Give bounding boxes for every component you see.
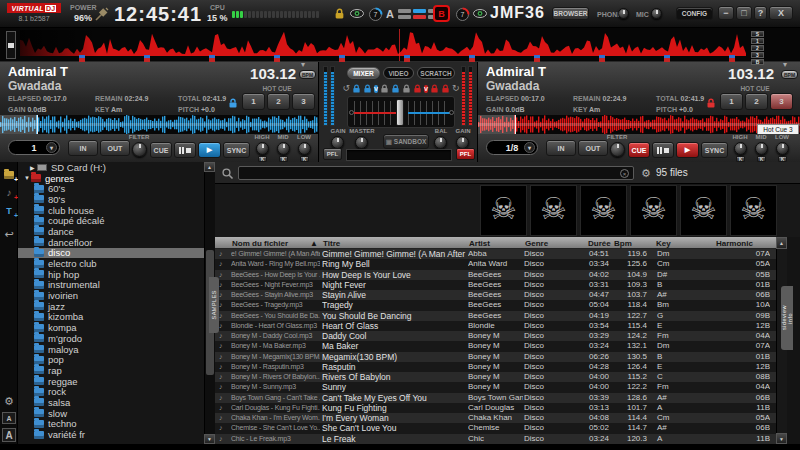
- album-art-skull[interactable]: ☠: [730, 185, 777, 236]
- column-header-titre[interactable]: Titre: [323, 239, 340, 248]
- column-header-artist[interactable]: Artist: [469, 239, 490, 248]
- tab-scratch[interactable]: SCRATCH: [417, 67, 455, 79]
- deck-lock-icon[interactable]: [413, 84, 422, 93]
- sidebar-item-m-grodo[interactable]: m'grodo: [18, 333, 204, 344]
- config-button[interactable]: CONFIG: [676, 7, 713, 20]
- column-header-genre[interactable]: Genre: [525, 239, 548, 248]
- table-row[interactable]: ♪Chaka Khan - I'm Every Wom...I'm Every …: [215, 413, 776, 423]
- timer-7-icon-red[interactable]: 7: [455, 7, 470, 22]
- table-scroll-up[interactable]: ▲: [776, 237, 787, 249]
- key-lock-icon[interactable]: [706, 98, 716, 108]
- sidebar-item-pop[interactable]: pop: [18, 354, 204, 365]
- hot-cue-2-button[interactable]: 2: [745, 93, 768, 110]
- sampler-pad-3[interactable]: 3: [751, 52, 764, 58]
- font-small-button[interactable]: A: [2, 412, 16, 424]
- tab-sideview[interactable]: sideviewinfo: [781, 286, 793, 350]
- sidebar-item-kizomba[interactable]: kizomba: [18, 312, 204, 323]
- hot-cue-3-button[interactable]: 3: [292, 93, 315, 110]
- loop-selector[interactable]: 1/8▾: [486, 140, 538, 155]
- sidebar-item-salsa[interactable]: salsa: [18, 397, 204, 408]
- phone-knob[interactable]: [618, 8, 629, 19]
- add-track-icon[interactable]: ♪+: [2, 186, 16, 199]
- sampler-pad-B[interactable]: B: [751, 59, 764, 65]
- deck-lock-icon[interactable]: [363, 84, 372, 93]
- search-input[interactable]: [238, 166, 634, 180]
- table-row[interactable]: ♪Boys Town Gang - Can't Take ...Can't Ta…: [215, 393, 776, 403]
- sidebar-item-ivoirien[interactable]: ivoirien: [18, 290, 204, 301]
- sidebar-item-vari-t-fr[interactable]: variété fr: [18, 429, 204, 440]
- loop-arrow-icon[interactable]: ↻: [452, 84, 460, 93]
- colored-bars-icon[interactable]: [413, 9, 426, 19]
- record-button[interactable]: B: [433, 5, 450, 22]
- sidebar-item-genres[interactable]: ▼genres: [18, 173, 204, 184]
- video-badge-icon[interactable]: V: [424, 85, 428, 93]
- table-row[interactable]: ♪BeeGees - Stayin Alive.mp3Stayin AliveB…: [215, 290, 776, 300]
- automix-letter[interactable]: A: [386, 8, 394, 20]
- sidebar-item-jazz[interactable]: jazz: [18, 301, 204, 312]
- sync-button[interactable]: SYNC: [223, 142, 250, 158]
- loop-out-button[interactable]: OUT: [578, 140, 608, 156]
- gear-icon[interactable]: ⚙: [2, 395, 16, 408]
- album-art-skull[interactable]: ☠: [630, 185, 677, 236]
- chevron-down-icon[interactable]: ▾: [301, 60, 305, 69]
- filter-knob[interactable]: [132, 142, 147, 157]
- table-row[interactable]: ♪BeeGees - How Deep Is Your ...How Deep …: [215, 270, 776, 280]
- chevron-down-icon[interactable]: ▾: [783, 60, 787, 69]
- timer-7-icon-blue[interactable]: 7: [368, 7, 383, 22]
- clear-search-icon[interactable]: ×: [620, 169, 629, 178]
- bpm-button[interactable]: BPM: [781, 70, 798, 79]
- table-row[interactable]: ♪BeeGees - You Should Be Da...You Should…: [215, 311, 776, 321]
- font-large-button[interactable]: A: [2, 428, 16, 442]
- sidebar-item-reggae[interactable]: reggae: [18, 376, 204, 387]
- hot-cue-1-button[interactable]: 1: [720, 93, 743, 110]
- tab-samples[interactable]: SAMPLES: [209, 277, 219, 333]
- sidebar-item-disco[interactable]: disco: [18, 248, 204, 259]
- sandbox-button[interactable]: ▣SANDBOX: [383, 134, 429, 149]
- sidebar-item-kompa[interactable]: kompa: [18, 322, 204, 333]
- sidebar-item-maloya[interactable]: maloya: [18, 344, 204, 355]
- table-row[interactable]: ♪Chemise - She Can't Love Yo...She Can't…: [215, 423, 776, 433]
- eye-icon-2[interactable]: [473, 9, 487, 18]
- column-header-nom-du-fichier[interactable]: Nom du fichier: [232, 239, 288, 248]
- pause-button[interactable]: [652, 142, 674, 158]
- eye-icon[interactable]: [350, 9, 364, 18]
- deck-waveform-strip[interactable]: [0, 115, 318, 134]
- bal-knob[interactable]: [434, 136, 447, 149]
- eq-low-knob[interactable]: [776, 142, 789, 155]
- sampler-pad-S[interactable]: S: [751, 31, 764, 37]
- crossfader-handle[interactable]: [396, 99, 404, 126]
- sidebar-item-dance[interactable]: dance: [18, 226, 204, 237]
- deck-lock-icon[interactable]: [352, 84, 361, 93]
- deck-lock-icon[interactable]: [380, 84, 389, 93]
- loop-selector[interactable]: 1▾: [8, 140, 60, 155]
- sidebar-item-hip-hop[interactable]: hip hop: [18, 269, 204, 280]
- column-header-key[interactable]: Key: [656, 239, 671, 248]
- loop-in-button[interactable]: IN: [68, 140, 98, 156]
- eq-high-knob[interactable]: [256, 142, 269, 155]
- deck-lock-icon[interactable]: [441, 84, 450, 93]
- hot-cue-2-button[interactable]: 2: [267, 93, 290, 110]
- browser-button[interactable]: BROWSER: [552, 7, 589, 20]
- loop-dropdown-icon[interactable]: ▾: [524, 142, 535, 153]
- tab-video[interactable]: VIDEO: [383, 67, 414, 79]
- table-row[interactable]: ♪Boney M - Rasputin.mp3RasputinBoney MDi…: [215, 362, 776, 372]
- mixer-text-field[interactable]: [346, 149, 452, 161]
- add-filter-icon[interactable]: T+: [2, 204, 16, 217]
- table-row[interactable]: ♪Anita Ward - Ring My Bell.mp3Ring My Be…: [215, 259, 776, 269]
- sidebar-item-club-house[interactable]: club house: [18, 205, 204, 216]
- mic-knob[interactable]: [651, 8, 662, 19]
- deck-lock-icon[interactable]: [402, 84, 411, 93]
- hot-cue-1-button[interactable]: 1: [242, 93, 265, 110]
- loop-out-button[interactable]: OUT: [100, 140, 130, 156]
- table-row[interactable]: ♪Boney M - Megamix(130 BPM...Megamix(130…: [215, 352, 776, 362]
- minimize-button[interactable]: −: [718, 6, 734, 20]
- eq-mid-knob[interactable]: [277, 142, 290, 155]
- master-knob[interactable]: [355, 136, 368, 149]
- play-button[interactable]: ▶: [676, 142, 699, 158]
- deck-lock-icon[interactable]: [391, 84, 400, 93]
- table-row[interactable]: ♪Blondie - Heart Of Glass.mp3Heart Of Gl…: [215, 321, 776, 331]
- loop-arrow-icon[interactable]: ↺: [342, 84, 350, 93]
- sidebar-item-sdcard[interactable]: ▶SD Card (H:): [18, 162, 204, 173]
- deck-lock-icon[interactable]: [430, 84, 439, 93]
- cue-button[interactable]: CUE: [150, 142, 172, 158]
